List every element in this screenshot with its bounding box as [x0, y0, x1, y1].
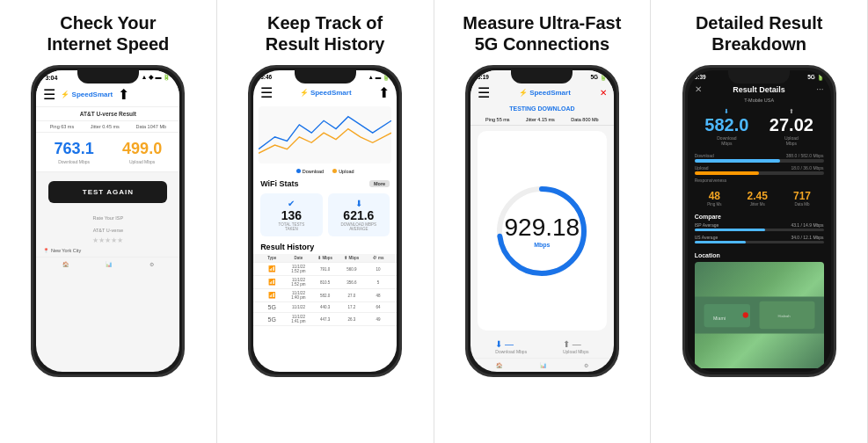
table-row[interactable]: 📶 11/1/221:52 pm 791.0 560.9 10 [253, 263, 397, 276]
bottom-nav: 🏠 📊 ⚙ [470, 358, 614, 372]
jitter-stat: Jitter 0.45 ms [91, 124, 120, 129]
time: 3:39 [695, 74, 706, 81]
isp-label-text: ISP Average [695, 222, 719, 228]
phone-notch [728, 68, 790, 84]
table-row[interactable]: 5G 11/1/22 440.3 17.2 64 [253, 302, 397, 313]
dl-bar-fill [695, 159, 780, 163]
data-value: 717 [793, 190, 811, 202]
ping-label: Ping Ms [707, 202, 721, 207]
us-avg-values: 34.0 / 12.1 Mbps [791, 235, 823, 240]
close-button[interactable]: ✕ [695, 84, 702, 94]
row-ul: 27.0 [340, 294, 363, 298]
row-dl: 810.5 [314, 280, 337, 285]
upload-label: Upload Mbps [563, 349, 588, 354]
table-row[interactable]: 5G 11/1/221:41 pm 447.3 26.3 49 [253, 313, 397, 326]
download-value: 582.0 [704, 115, 748, 135]
panel3-title: Measure Ultra-Fast5G Connections [463, 12, 621, 54]
upload-label: UploadMbps [770, 135, 813, 146]
svg-point-7 [742, 312, 748, 317]
wifi-stats-header: WiFi Stats More [253, 176, 397, 190]
total-tests-card: ✔ 136 TOTAL TESTSTAKEN [260, 193, 323, 236]
table-row[interactable]: 📶 11/1/221:52 pm 810.5 356.6 5 [253, 276, 397, 289]
nav-home[interactable]: 🏠 [62, 261, 69, 267]
time: 3:46 [260, 74, 272, 81]
upload-value: 27.02 [770, 115, 813, 135]
avg-download-value: 621.6 [333, 208, 385, 222]
panel3-phone-wrapper: 3:19 5G 🔋 ☰ ⚡ SpeedSmart ✕ TESTING DOWNL… [443, 65, 642, 434]
test-stats: Ping 55 ms Jitter 4.15 ms Data 800 Mb [470, 114, 614, 126]
row-ul: 560.9 [340, 267, 363, 272]
row-ms: 5 [367, 280, 390, 285]
jitter-stat: Jitter 4.15 ms [526, 117, 555, 122]
col-type: Type [260, 256, 283, 260]
more-button[interactable]: More [369, 180, 390, 187]
connection-type-icon: 📶 [260, 279, 283, 286]
row-date: 11/1/221:41 pm [287, 315, 310, 323]
nav-history[interactable]: 📊 [106, 261, 112, 267]
ping-stat: Ping 55 ms [485, 117, 510, 122]
upload-value: 499.0 [122, 140, 162, 158]
isp-avg-bar-fill [695, 229, 766, 231]
nav-settings[interactable]: ⚙ [584, 362, 588, 368]
row-ul: 17.2 [340, 305, 363, 309]
col-ms: ⏱ ms [367, 256, 390, 260]
star-rating[interactable]: ★★★★★ [36, 236, 179, 244]
share-icon[interactable]: ⬆ [378, 84, 390, 101]
app-header: ☰ ⚡ SpeedSmart ✕ [470, 83, 614, 103]
upload-label: Upload Mbps [122, 159, 162, 164]
speed-bars: Download 388.0 / 582.0 Mbps Upload 18.0 … [688, 149, 831, 186]
total-tests-label: TOTAL TESTSTAKEN [266, 222, 317, 231]
svg-text:Miami: Miami [713, 316, 726, 321]
speed-display-area: 929.18 Mbps [478, 131, 607, 330]
menu-icon[interactable]: ☰ [260, 84, 273, 101]
detail-header: ✕ Result Details ··· [688, 83, 831, 96]
data-stat: Data 1047 Mb [135, 124, 166, 129]
panel-check-speed: Check YourInternet Speed 3:04 ▲ ◆ ▬ 🔋 ☰ … [0, 0, 217, 443]
app-logo: ⚡ SpeedSmart [519, 89, 571, 97]
history-title: Result History [253, 240, 397, 254]
upload-speed: 499.0 Upload Mbps [122, 140, 162, 164]
nav-home[interactable]: 🏠 [496, 362, 502, 368]
table-header-row: Type Date ⬇ Mbps ⬆ Mbps ⏱ ms [253, 254, 397, 263]
share-icon[interactable]: ⬆ [118, 86, 129, 103]
download-icon: ⬇ [333, 199, 385, 208]
time: 3:04 [45, 75, 57, 81]
download-speed-display: ⬇ 582.0 DownloadMbps [704, 108, 748, 146]
close-icon[interactable]: ✕ [600, 88, 607, 98]
isp-avg-label: ISP Average 43.1 / 14.9 Mbps [695, 222, 824, 228]
app-logo: ⚡ SpeedSmart [61, 91, 113, 98]
test-again-button[interactable]: TEST AGAIN [48, 181, 167, 203]
big-speed-number: 929.18 [505, 214, 580, 242]
responsiveness-label: Responsiveness [695, 178, 824, 183]
table-row[interactable]: 📶 11/1/221:40 pm 582.0 27.0 48 [253, 289, 397, 302]
panel2-title: Keep Track ofResult History [266, 12, 385, 54]
row-dl: 440.3 [314, 305, 337, 309]
menu-icon[interactable]: ☰ [478, 84, 490, 101]
compare-title: Compare [695, 214, 824, 220]
ping-metric: 48 Ping Ms [707, 190, 721, 207]
download-label: DownloadMbps [704, 135, 748, 146]
panel4-screen: 3:39 5G 🔋 ✕ Result Details ··· T-Mobile … [688, 70, 831, 372]
location-title: Location [688, 251, 831, 260]
row-ul: 26.3 [340, 317, 363, 322]
signal: 5G 🔋 [807, 74, 823, 81]
total-tests-value: 136 [266, 208, 317, 222]
download-bar-row: Download 388.0 / 582.0 Mbps [695, 153, 824, 163]
location-label: 📍 New York City [36, 244, 179, 257]
history-table: Type Date ⬇ Mbps ⬆ Mbps ⏱ ms 📶 11/1/221:… [253, 254, 397, 326]
jitter-value: 2.45 [748, 190, 768, 202]
nav-history[interactable]: 📊 [540, 362, 546, 368]
ul-label-text: Upload [695, 165, 709, 171]
row-date: 11/1/22 [287, 305, 310, 309]
download-indicator: ⬇ — Download Mbps [495, 339, 527, 354]
more-options-icon[interactable]: ··· [816, 84, 823, 94]
speed-graph [259, 106, 391, 163]
ping-value: 48 [707, 190, 721, 202]
signal: 5G 🔋 [590, 74, 606, 81]
menu-icon[interactable]: ☰ [43, 86, 55, 103]
nav-settings[interactable]: ⚙ [150, 261, 154, 267]
row-date: 11/1/221:52 pm [287, 265, 310, 273]
row-dl: 791.0 [314, 267, 337, 272]
row-dl: 582.0 [314, 294, 337, 298]
us-label-text: US Average [695, 235, 718, 240]
